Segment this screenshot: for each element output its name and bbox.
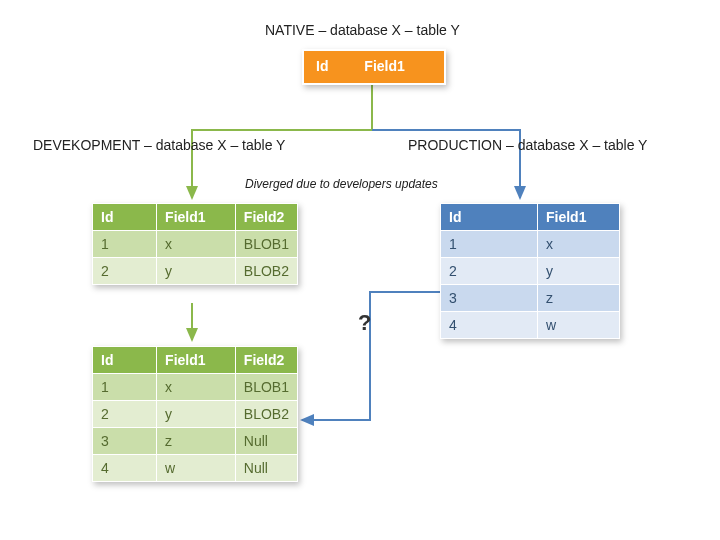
native-col-field1: Field1 [364, 51, 404, 74]
dev-col-f2: Field2 [235, 204, 297, 231]
caption-diverged: Diverged due to developers updates [245, 177, 438, 191]
diagram-canvas: NATIVE – database X – table Y Id Field1 … [0, 0, 720, 540]
title-prod: PRODUCTION – database X – table Y [408, 137, 647, 153]
table-row: 4w [441, 312, 620, 339]
merged-col-f1: Field1 [157, 347, 236, 374]
table-row: 3zNull [93, 428, 298, 455]
table-row: 1xBLOB1 [93, 231, 298, 258]
table-row: 1xBLOB1 [93, 374, 298, 401]
table-row: 2yBLOB2 [93, 401, 298, 428]
native-col-id: Id [316, 51, 328, 74]
prod-table: Id Field1 1x 2y 3z 4w [440, 203, 620, 339]
table-row: 4wNull [93, 455, 298, 482]
table-row: 2y [441, 258, 620, 285]
merged-col-id: Id [93, 347, 157, 374]
title-native: NATIVE – database X – table Y [265, 22, 460, 38]
title-dev: DEVEKOPMENT – database X – table Y [33, 137, 285, 153]
question-mark: ? [358, 310, 371, 336]
dev-col-f1: Field1 [157, 204, 236, 231]
dev-table: Id Field1 Field2 1xBLOB1 2yBLOB2 [92, 203, 298, 285]
merged-col-f2: Field2 [235, 347, 297, 374]
prod-col-id: Id [441, 204, 538, 231]
table-row: 1x [441, 231, 620, 258]
native-table-header: Id Field1 [302, 49, 446, 85]
table-row: 3z [441, 285, 620, 312]
dev-col-id: Id [93, 204, 157, 231]
merged-table: Id Field1 Field2 1xBLOB1 2yBLOB2 3zNull … [92, 346, 298, 482]
table-row: 2yBLOB2 [93, 258, 298, 285]
prod-col-f1: Field1 [538, 204, 620, 231]
